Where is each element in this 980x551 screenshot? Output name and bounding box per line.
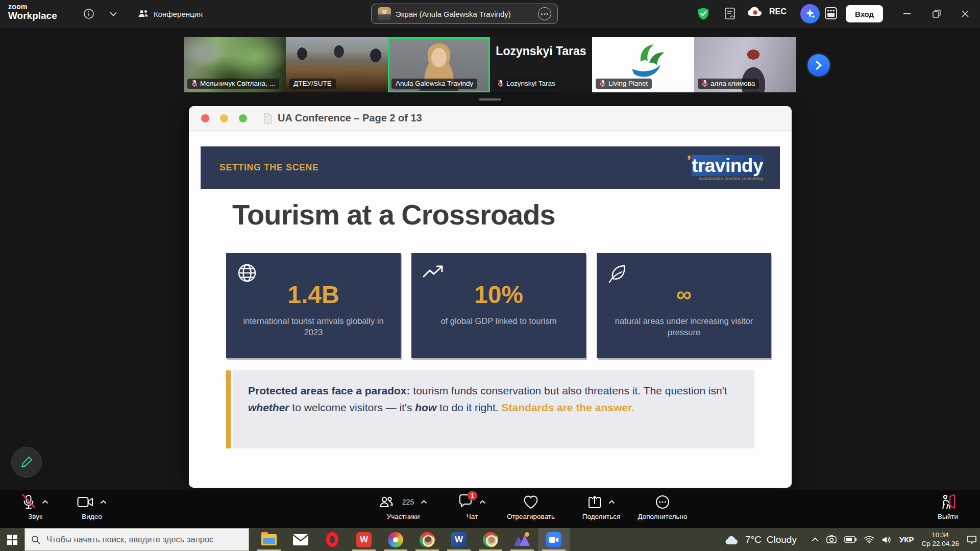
taskbar-chrome2-icon[interactable] [475,528,506,551]
logo-wordmark: travindy [692,155,763,176]
stat-label: natural areas under increasing visitor p… [597,315,771,338]
next-page-participants-button[interactable] [807,54,830,77]
top-bar: zoom Workplace Конференция Экран (Anula … [0,0,980,28]
taskbar-weather[interactable]: 7°C Cloudy [725,534,797,545]
stat-value: 10% [411,280,586,309]
video-control[interactable]: Видео [66,492,117,520]
strip-collapse-handle[interactable] [479,98,501,101]
chevron-down-icon[interactable] [106,7,120,21]
participants-chevron-icon[interactable] [421,500,427,504]
audio-options-chevron-icon[interactable] [42,500,48,504]
participant-name-chip: Мельничук Світлана, ... [187,79,279,89]
tab-options-icon[interactable] [538,7,551,20]
taskbar-opera-icon[interactable] [316,528,348,551]
taskbar-search[interactable] [24,528,249,551]
leave-control[interactable]: Выйти [925,492,971,520]
participants-control[interactable]: 225 Участники [370,492,436,520]
mac-zoom-button[interactable] [239,114,247,122]
share-chevron-icon[interactable] [608,500,615,504]
video-tile[interactable]: Мельничук Світлана, ... [184,37,286,92]
speaker-icon[interactable] [882,536,892,544]
video-tile-active-speaker[interactable]: Anula Galewska Travindy [388,37,490,92]
taskbar-wps-icon[interactable]: W [348,528,380,551]
slide-kicker: SETTING THE SCENE [219,162,318,173]
tab-screen-share[interactable]: Экран (Anula Galewska Travindy) [371,4,558,24]
meeting-toolbar: Звук Видео 225 Участники 1 [0,490,980,528]
logo-text-zoom: zoom [8,3,57,11]
security-shield-icon[interactable] [696,7,710,21]
battery-icon[interactable] [844,536,856,543]
callout-bold: Protected areas face a paradox: [248,385,410,396]
mac-close-button[interactable] [201,114,209,122]
search-input[interactable] [46,535,240,544]
taskbar-browser-profile-icon[interactable] [380,528,411,551]
restore-button[interactable] [929,7,944,20]
action-center-icon[interactable] [967,535,977,544]
video-options-chevron-icon[interactable] [100,500,107,504]
taskbar-clock[interactable]: 10:34 Ср 22.04.26 [921,531,959,547]
presenter-avatar [378,7,391,20]
wps-glyph: W [360,535,368,545]
tab-screen-label: Экран (Anula Galewska Travindy) [396,10,511,18]
taskbar-chrome-icon[interactable] [411,528,443,551]
more-control[interactable]: Дополнительно [627,492,698,520]
mic-muted-icon [498,80,504,87]
video-tile[interactable]: алла климова [694,37,796,92]
tray-chevron-up-icon[interactable] [812,537,819,542]
slide-title: Tourism at a Crossroads [232,198,555,231]
participant-name-chip: Anula Galewska Travindy [391,79,477,89]
minimize-button[interactable] [899,7,915,20]
start-button[interactable] [0,528,24,551]
close-icon[interactable] [958,7,973,20]
react-label: Отреагировать [507,513,555,520]
participant-name-chip: Lozynskyi Taras [494,79,559,89]
video-label: Видео [82,513,102,520]
chat-control[interactable]: 1 Чат [449,492,495,520]
video-tile[interactable]: ДТЕУ/SUTE [286,37,388,92]
taskbar-apps: W W [253,528,570,551]
logo-tagline: sustainable tourism consulting [687,177,763,181]
taskbar-word-icon[interactable]: W [443,528,475,551]
share-control[interactable]: Поделиться [571,492,632,520]
rec-label: REC [769,7,787,16]
video-tile[interactable]: Lozynskyi Taras Lozynskyi Taras [490,37,592,92]
mac-minimize-button[interactable] [220,114,228,122]
globe-icon [236,262,258,286]
paradox-callout: Protected areas face a paradox: tourism … [226,370,754,448]
apps-icon[interactable] [824,6,838,20]
taskbar-mail-icon[interactable] [285,528,316,551]
audio-label: Звук [28,513,42,520]
people-icon [138,9,149,18]
captions-icon[interactable] [723,7,737,21]
more-label: Дополнительно [638,513,687,520]
tab-meeting-label: Конференция [154,10,203,18]
callout-accent-bar [226,370,231,448]
recording-indicator[interactable]: REC [746,6,787,18]
share-label: Поделиться [582,513,621,520]
audio-control[interactable]: Звук [13,492,57,520]
participant-name: Living Planet [608,80,648,87]
sign-in-label: Вход [855,10,874,18]
windows-taskbar: W W 7°C Cloudy УКР 10:34 Ср 2 [0,528,980,551]
tab-meeting[interactable]: Конференция [132,4,209,24]
video-tile[interactable]: Living Planet [592,37,694,92]
info-icon[interactable] [82,7,96,21]
zoom-workplace-logo: zoom Workplace [8,3,57,21]
stat-label: international tourist arrivals globally … [226,315,401,338]
annotate-button[interactable] [11,447,42,478]
react-control[interactable]: Отреагировать [495,492,567,520]
taskbar-photos-icon[interactable] [506,528,538,551]
chat-chevron-icon[interactable] [479,500,486,504]
language-indicator[interactable]: УКР [899,535,914,544]
taskbar-file-explorer-icon[interactable] [253,528,285,551]
wifi-icon[interactable] [864,536,874,543]
search-icon [31,535,40,544]
participants-label: Участники [387,513,420,520]
callout-italic: how [415,402,436,413]
sign-in-button[interactable]: Вход [846,5,883,22]
taskbar-zoom-icon[interactable] [538,528,570,551]
ai-companion-icon[interactable] [800,4,820,23]
stat-label: of global GDP linked to tourism [411,315,586,327]
tray-capture-icon[interactable] [826,535,837,544]
slide-header-bar: SETTING THE SCENE ❜travindy sustainable … [201,146,780,189]
